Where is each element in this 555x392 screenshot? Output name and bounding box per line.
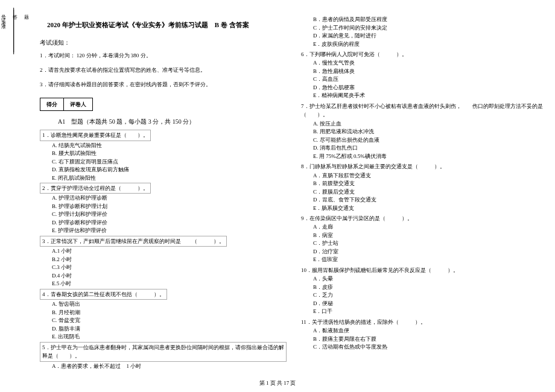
q2-option-e: E. 护理评估和护理评价 (52, 227, 287, 235)
question-10: 10．服用胃黏膜保护剂硫糖铝后最常见的不良反应是（ ）。 (301, 266, 548, 274)
q10-option-a: A．头晕 (313, 275, 548, 283)
instruction-2: 2．请首先按要求在试卷的指定位置填写您的姓名、准考证号等信息。 (40, 66, 287, 74)
q11-option-c: C．活动期有低热或中等度发热 (313, 343, 548, 352)
binding-margin: ︰︰︰︰︰︰︰︰︰︰︰︰︰︰︰︰︰︰︰︰︰︰︰︰︰︰︰︰︰︰︰︰︰︰︰︰︰︰︰︰… (0, 5, 36, 374)
q2-option-c: C. 护理计划和护理评价 (52, 210, 287, 219)
q5-option-d: D．家属的意见，随时进行 (313, 32, 548, 40)
q8-option-e: E．肠系膜交通支 (313, 204, 548, 213)
question-8: 8．门静脉系与腔静脉系之间最主要的交通支是（ ）。 (301, 162, 548, 171)
q7-option-a: A. 按压止血 (313, 120, 548, 128)
q5-option-e: E．皮肤疾病的程度 (313, 40, 548, 49)
q4-option-d: D. 脂肪丰满 (52, 325, 287, 334)
q9-option-b: B．病室 (313, 232, 548, 240)
question-6: 6．下列哪种病人入院时可免浴（ ）。 (301, 50, 548, 58)
q7-option-e: E. 用 75%乙醇或 0.5%碘伏消毒 (313, 153, 548, 161)
question-3: 3．正常情况下，产妇顺产后需继续留在产房观察的时间是 （ ）。 (40, 236, 227, 247)
q4-option-e: E. 出现阴毛 (52, 333, 287, 341)
q6-option-e: E．精神病阑尾炎手术 (313, 92, 548, 100)
q2-option-b: B. 护理诊断和护理计划 (52, 203, 287, 211)
exam-title: 2020 年护士职业资格证考试《专业实务》考前练习试题 B 卷 含答案 (47, 20, 287, 31)
q7-option-d: D. 消毒后包扎伤口 (313, 144, 548, 153)
notice-heading: 考试须知： (40, 38, 287, 48)
q1-option-d: D. 直肠指检发现直肠右前方触痛 (52, 166, 287, 174)
q3-option-a: A.1 小时 (52, 247, 287, 256)
instruction-1: 1．考试时间： 120 分钟，本卷满分为 380 分。 (40, 51, 287, 60)
question-11: 11．关于溃疡性结肠炎的描述，应除外（ ）。 (301, 318, 548, 326)
q4-option-a: A. 智齿萌出 (52, 300, 287, 309)
q7-option-b: B. 用肥皂液和流动水冲洗 (313, 128, 548, 136)
question-5: 5．护士甲在为一位临床患者翻身时，其家属询问患者更换卧位间隔时间的根据，请你指出… (40, 342, 287, 362)
left-column: 2020 年护士职业资格证考试《专业实务》考前练习试题 B 卷 含答案 考试须知… (36, 5, 294, 374)
q2-option-a: A. 护理活动和护理诊断 (52, 194, 287, 203)
section-a1-label: A1 型题（本题共 50 题，每小题 3 分，共 150 分） (58, 117, 287, 127)
q6-option-a: A．慢性支气管炎 (313, 59, 548, 68)
q6-option-b: B．急性扁桃体炎 (313, 68, 548, 76)
right-column: B．患者的病情及局部受压程度 C．护士工作时间的安排来决定 D．家属的意见，随时… (294, 5, 555, 374)
q7-option-c: C. 尽可能挤出损伤处的血液 (313, 136, 548, 145)
q10-option-e: E．口干 (313, 308, 548, 316)
question-2: 2．贯穿于护理活动全过程的是（ ）。 (40, 183, 151, 194)
instruction-3: 3．请仔细阅读各种题目的回答要求，在密封线内答题，否则不予评分。 (40, 80, 287, 89)
q3-option-d: D.4 小时 (52, 272, 287, 280)
q1-option-e: E. 闭孔肌试验阳性 (52, 174, 287, 183)
q1-option-a: A. 结肠充气试验阳性 (52, 142, 287, 150)
binding-vertical-labels: 题 答 号证考准 不 名姓 内 线 ︶区市︵省 封 密 (0, 11, 29, 26)
q3-option-e: E.5 小时 (52, 280, 287, 288)
q9-option-e: E．值班室 (313, 256, 548, 264)
page-footer: 第 1 页 共 17 页 (0, 379, 555, 387)
q9-option-a: A．走廊 (313, 223, 548, 232)
q10-option-b: B．皮疹 (313, 283, 548, 292)
question-9: 9．在传染病区中属于污染区的是（ ）。 (301, 214, 548, 223)
q3-option-b: B.2 小时 (52, 256, 287, 264)
q9-option-c: C．护士站 (313, 239, 548, 248)
q6-option-c: C．高血压 (313, 75, 548, 84)
q11-option-b: B．腹痛主要局限在右下腹 (313, 335, 548, 344)
q11-option-a: A．黏液脓血便 (313, 327, 548, 335)
q8-option-b: B．前腹壁交通支 (313, 180, 548, 188)
q10-option-d: D．便秘 (313, 300, 548, 308)
q6-option-d: D．急性心肌梗塞 (313, 84, 548, 92)
q8-option-d: D．胃底、食管下段交通支 (313, 196, 548, 204)
question-1: 1．诊断急性阑尾炎最重要体征是（ ）。 (40, 130, 151, 141)
q1-option-b: B. 腰大肌试验阳性 (52, 150, 287, 158)
score-cell-grader: 评卷人 (64, 98, 92, 110)
q1-option-c: C. 右下腹固定而明显压痛点 (52, 158, 287, 166)
q8-option-a: A．直肠下段肛管交通支 (313, 172, 548, 180)
score-cell-score: 得分 (40, 98, 64, 110)
question-4: 4．青春期女孩的第二性征表现不包括（ ）。 (40, 289, 167, 300)
q9-option-d: D．治疗室 (313, 248, 548, 256)
q4-option-c: C. 骨盆变宽 (52, 317, 287, 325)
q10-option-c: C．乏力 (313, 291, 548, 300)
q2-option-d: D. 护理诊断和护理评价 (52, 219, 287, 227)
q3-option-c: C.3 小时 (52, 264, 287, 272)
question-7: 7．护士给某乙肝患者拔针时不小心被粘有该患者血液的针头刺伤， 伤口的即刻处理方法… (301, 102, 548, 119)
q8-option-c: C．腹膜后交通支 (313, 188, 548, 197)
q5-option-a: A．患者的要求，最长不超过 1 小时 (52, 362, 287, 371)
q5-option-c: C．护士工作时间的安排来决定 (313, 24, 548, 33)
score-box: 得分 评卷人 (40, 98, 93, 111)
q5-option-b: B．患者的病情及局部受压程度 (313, 16, 548, 24)
q4-option-b: B. 月经初潮 (52, 309, 287, 317)
